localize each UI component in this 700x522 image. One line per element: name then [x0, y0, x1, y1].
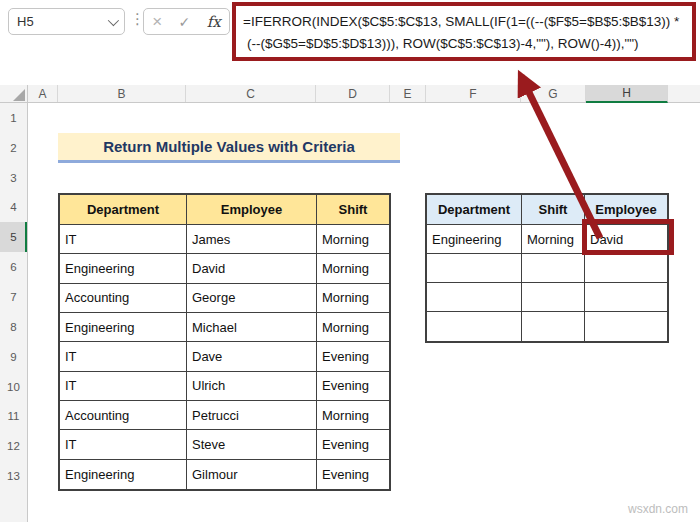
table-cell[interactable]: Evening	[317, 430, 389, 459]
row-header-8[interactable]: 8	[0, 312, 27, 342]
table-cell[interactable]: Engineering	[60, 254, 187, 283]
table-cell[interactable]	[522, 254, 585, 283]
table-cell[interactable]: David	[187, 254, 317, 283]
formula-bar-buttons: × ✓ fx	[143, 8, 230, 35]
table-cell[interactable]: IT	[60, 372, 187, 401]
row-header-strip: 1 2 3 4 5 6 7 8 9 10 11 12 13	[0, 103, 28, 491]
row-header-2[interactable]: 2	[0, 133, 27, 163]
chevron-down-icon[interactable]	[108, 14, 119, 25]
table-cell[interactable]: IT	[60, 342, 187, 371]
table-cell[interactable]	[585, 283, 667, 312]
table-cell[interactable]: Engineering	[60, 313, 187, 342]
row-header-12[interactable]: 12	[0, 431, 27, 461]
excel-screenshot: H5 ⋮ × ✓ fx =IFERROR(INDEX($C$5:$C$13, S…	[0, 0, 700, 522]
table-cell[interactable]: Ulrich	[187, 372, 317, 401]
table-cell[interactable]	[522, 283, 585, 312]
formula-line-1: =IFERROR(INDEX($C$5:$C$13, SMALL(IF(1=((…	[243, 11, 685, 33]
table-cell[interactable]: Engineering	[427, 225, 522, 254]
row-header-6[interactable]: 6	[0, 252, 27, 282]
table-cell[interactable]: Morning	[522, 225, 585, 254]
table-cell[interactable]: George	[187, 284, 317, 313]
name-box[interactable]: H5	[8, 8, 125, 35]
watermark: wsxdn.com	[628, 502, 688, 516]
table-cell[interactable]: Steve	[187, 430, 317, 459]
table-cell[interactable]	[585, 312, 667, 341]
table-cell[interactable]: IT	[60, 225, 187, 254]
enter-icon[interactable]: ✓	[179, 15, 191, 29]
table-cell[interactable]: Morning	[317, 401, 389, 430]
table-cell[interactable]: Petrucci	[187, 401, 317, 430]
row-header-1[interactable]: 1	[0, 103, 27, 133]
sheet-title-cell[interactable]: Return Multiple Values with Criteria	[58, 133, 400, 163]
column-header-f[interactable]: F	[426, 85, 521, 102]
table-cell[interactable]	[522, 312, 585, 341]
table-cell[interactable]: Evening	[317, 342, 389, 371]
table-cell[interactable]: Dave	[187, 342, 317, 371]
column-header-a[interactable]: A	[28, 85, 58, 102]
column-header-d[interactable]: D	[316, 85, 390, 102]
row-header-4[interactable]: 4	[0, 193, 27, 223]
row-header-9[interactable]: 9	[0, 342, 27, 372]
table-cell[interactable]: Gilmour	[187, 460, 317, 489]
table-header-cell[interactable]: Shift	[522, 195, 585, 225]
table-cell[interactable]	[585, 254, 667, 283]
result-table: Department Shift Employee Engineering Mo…	[425, 193, 669, 343]
table-cell[interactable]	[427, 312, 522, 341]
column-header-h-selected[interactable]: H	[586, 85, 668, 103]
table-cell[interactable]: James	[187, 225, 317, 254]
row-header-filler	[0, 491, 28, 522]
row-header-5-selected[interactable]: 5	[0, 222, 27, 252]
formula-input[interactable]: =IFERROR(INDEX($C$5:$C$13, SMALL(IF(1=((…	[232, 2, 696, 61]
column-header-b[interactable]: B	[58, 85, 186, 102]
table-cell[interactable]	[427, 254, 522, 283]
insert-function-icon[interactable]: fx	[207, 13, 221, 31]
formula-line-2: (--($G$5=$D$5:$D$13))), ROW($C$5:$C$13)-…	[243, 33, 685, 55]
table-cell[interactable]: Michael	[187, 313, 317, 342]
table-cell[interactable]: IT	[60, 430, 187, 459]
select-all-button[interactable]	[0, 85, 28, 102]
table-cell[interactable]: Morning	[317, 313, 389, 342]
column-header-strip: A B C D E F G H	[0, 85, 700, 103]
column-header-e[interactable]: E	[390, 85, 426, 102]
cancel-icon[interactable]: ×	[152, 13, 162, 30]
row-header-11[interactable]: 11	[0, 401, 27, 431]
result-cell-h5[interactable]: David	[585, 225, 667, 254]
row-header-13[interactable]: 13	[0, 461, 27, 491]
table-cell[interactable]	[427, 283, 522, 312]
table-cell[interactable]: Morning	[317, 225, 389, 254]
name-box-value: H5	[17, 14, 108, 29]
select-all-triangle-icon	[13, 89, 25, 101]
table-cell[interactable]: Morning	[317, 254, 389, 283]
source-table: Department Employee Shift IT James Morni…	[58, 193, 391, 491]
table-cell[interactable]: Morning	[317, 284, 389, 313]
table-header-cell[interactable]: Department	[427, 195, 522, 225]
row-header-7[interactable]: 7	[0, 282, 27, 312]
table-cell[interactable]: Engineering	[60, 460, 187, 489]
table-cell[interactable]: Accounting	[60, 401, 187, 430]
row-header-10[interactable]: 10	[0, 372, 27, 402]
table-header-cell[interactable]: Employee	[187, 195, 317, 225]
row-header-3[interactable]: 3	[0, 163, 27, 193]
column-header-c[interactable]: C	[186, 85, 316, 102]
column-header-g[interactable]: G	[521, 85, 586, 102]
table-cell[interactable]: Evening	[317, 460, 389, 489]
table-cell[interactable]: Evening	[317, 372, 389, 401]
table-cell[interactable]: Accounting	[60, 284, 187, 313]
table-header-cell[interactable]: Shift	[317, 195, 389, 225]
table-header-cell[interactable]: Employee	[585, 195, 667, 225]
table-header-cell[interactable]: Department	[60, 195, 187, 225]
